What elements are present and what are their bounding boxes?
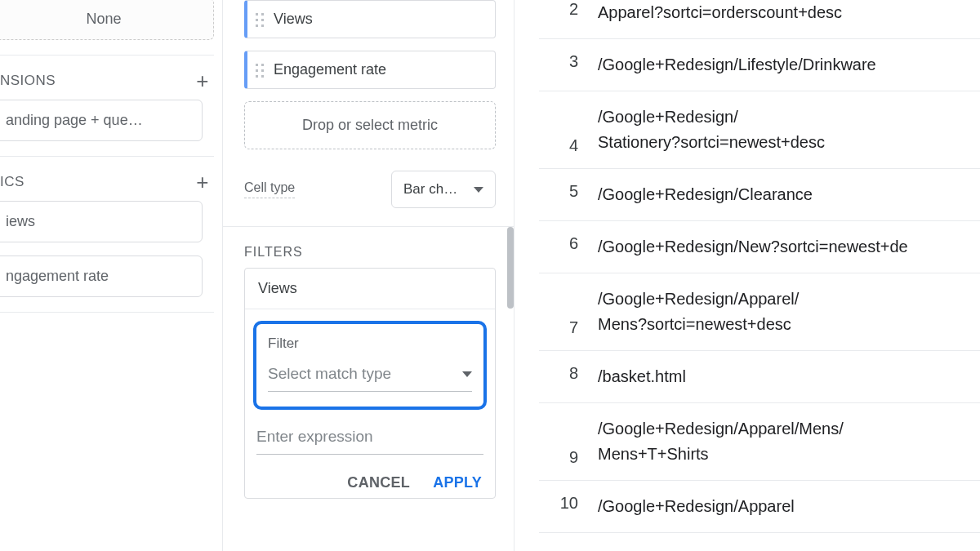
filter-actions: CANCEL APPLY <box>245 474 482 491</box>
cell-type-value: Bar ch… <box>403 181 457 198</box>
filter-card: Views Filter Select match type Enter exp… <box>244 268 496 499</box>
chevron-down-icon <box>462 371 472 377</box>
table-row[interactable]: 8 /basket.html <box>539 351 980 403</box>
config-panel: Views Engagement rate Drop or select met… <box>223 0 514 551</box>
row-path: /Google+Redesign/Apparel/Mens/Mens+T+Shi… <box>598 416 975 467</box>
row-path: /Google+Redesign/New?sortci=newest+de <box>598 234 975 260</box>
cell-type-label: Cell type <box>244 180 295 198</box>
metric-chip-engagement[interactable]: ngagement rate <box>0 256 203 297</box>
row-path: /Google+Redesign/Lifestyle/Drinkware <box>598 52 975 78</box>
divider <box>0 312 214 313</box>
table-row[interactable]: 4 /Google+Redesign/Stationery?sortci=new… <box>539 91 980 169</box>
metric-label: Views <box>274 11 313 28</box>
expression-placeholder: Enter expression <box>256 428 373 445</box>
metric-chip-views[interactable]: iews <box>0 201 203 242</box>
none-pill[interactable]: None <box>0 0 214 40</box>
row-path: /Google+Redesign/Stationery?sortci=newes… <box>598 104 975 155</box>
expression-input[interactable]: Enter expression <box>256 424 483 455</box>
row-index: 8 <box>544 364 578 383</box>
match-type-select[interactable]: Select match type <box>268 365 472 392</box>
row-index: 5 <box>544 182 578 201</box>
row-path: /Google+Redesign/Clearance <box>598 182 975 207</box>
divider <box>0 156 214 157</box>
apply-button[interactable]: APPLY <box>433 474 482 491</box>
metrics-label: ICS <box>0 174 24 190</box>
metric-label: Engagement rate <box>274 61 386 78</box>
row-index: 2 <box>544 0 578 19</box>
table-row[interactable]: 2 Apparel?sortci=orderscount+desc <box>539 0 980 39</box>
dimensions-header: NSIONS + <box>0 64 214 100</box>
drag-handle-icon[interactable] <box>254 11 265 28</box>
chevron-down-icon <box>474 187 483 193</box>
divider <box>223 226 514 227</box>
report-table: 2 Apparel?sortci=orderscount+desc 3 /Goo… <box>514 0 980 551</box>
table-row[interactable]: 6 /Google+Redesign/New?sortci=newest+de <box>539 221 980 273</box>
table-row[interactable]: 3 /Google+Redesign/Lifestyle/Drinkware <box>539 39 980 91</box>
metric-drop-zone[interactable]: Drop or select metric <box>244 101 496 149</box>
row-index: 9 <box>544 448 578 467</box>
add-metric-icon[interactable]: + <box>196 171 209 193</box>
table-row[interactable]: 10 /Google+Redesign/Apparel <box>539 481 980 533</box>
table-row[interactable]: 7 /Google+Redesign/Apparel/Mens?sortci=n… <box>539 273 980 351</box>
metric-engagement[interactable]: Engagement rate <box>244 51 496 89</box>
add-dimension-icon[interactable]: + <box>196 70 209 91</box>
dimension-chip[interactable]: anding page + que… <box>0 100 203 141</box>
drag-handle-icon[interactable] <box>254 62 265 78</box>
left-panel: None NSIONS + anding page + que… ICS + i… <box>0 0 223 551</box>
filters-header: FILTERS <box>244 245 496 260</box>
metric-views[interactable]: Views <box>244 0 496 38</box>
row-path: /Google+Redesign/Apparel/Mens?sortci=new… <box>598 287 975 337</box>
row-path: Apparel?sortci=orderscount+desc <box>598 0 975 25</box>
divider <box>0 55 214 56</box>
cell-type-row: Cell type Bar ch… <box>244 171 496 208</box>
dimensions-label: NSIONS <box>0 73 56 89</box>
match-type-placeholder: Select match type <box>268 365 391 383</box>
row-path: /basket.html <box>598 364 975 389</box>
cancel-button[interactable]: CANCEL <box>347 474 410 491</box>
filter-match-callout: Filter Select match type <box>253 321 487 410</box>
table-row[interactable]: 9 /Google+Redesign/Apparel/Mens/Mens+T+S… <box>539 403 980 481</box>
table-row[interactable]: 5 /Google+Redesign/Clearance <box>539 169 980 221</box>
row-path: /Google+Redesign/Apparel <box>598 494 975 519</box>
row-index: 10 <box>544 494 578 513</box>
row-index: 6 <box>544 234 578 253</box>
row-index: 7 <box>544 318 578 337</box>
filter-metric-name[interactable]: Views <box>245 269 495 309</box>
cell-type-select[interactable]: Bar ch… <box>391 171 496 208</box>
row-index: 4 <box>544 136 578 155</box>
metrics-header: ICS + <box>0 165 214 201</box>
row-index: 3 <box>544 52 578 71</box>
scrollbar-thumb[interactable] <box>507 227 514 309</box>
filter-label: Filter <box>268 335 472 352</box>
